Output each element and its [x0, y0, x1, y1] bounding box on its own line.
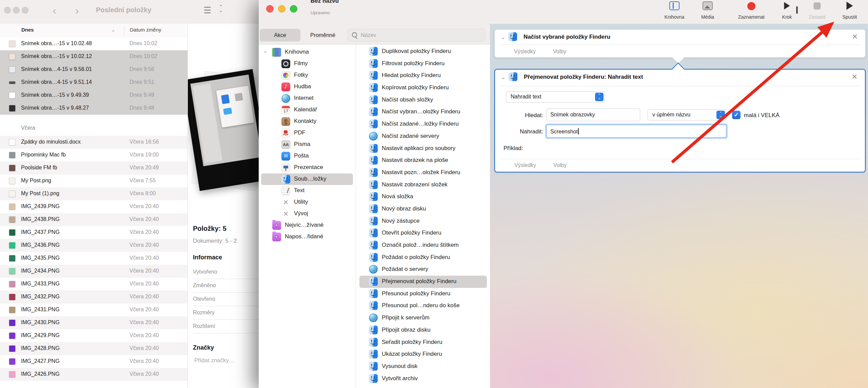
- sidebar-item[interactable]: Internet: [261, 93, 353, 104]
- finder-file-row[interactable]: My Post.pngVčera 7:55: [0, 174, 188, 187]
- sidebar-item[interactable]: Text: [261, 185, 353, 197]
- action-list-item[interactable]: Načíst zadané servery: [359, 130, 487, 143]
- action-list-item[interactable]: Načíst zadané…ložky Finderu: [359, 118, 487, 130]
- action-list-item[interactable]: Nastavit zobrazení složek: [359, 179, 487, 191]
- action-list-item[interactable]: Hledat položky Finderu: [359, 70, 487, 82]
- action-list-item[interactable]: Nastavit aplikaci pro soubory: [359, 143, 487, 155]
- collapse-chevron-icon[interactable]: ⌄: [500, 34, 505, 41]
- finder-file-row[interactable]: Snímek obra…-15 v 9.48.27Dnes 9:48: [0, 102, 188, 115]
- action-list-item[interactable]: Otevřít položky Finderu: [359, 227, 487, 239]
- action-list-item[interactable]: Vysunout disk: [359, 361, 487, 373]
- list-view-icon[interactable]: ☰: [203, 5, 211, 16]
- action-list-item[interactable]: Označit polož…inderu štítkem: [359, 239, 487, 252]
- action-list-item[interactable]: Přesunout položky Finderu: [359, 288, 487, 300]
- toolbar-button-sidebar[interactable]: Knihovna: [658, 0, 691, 23]
- finder-file-row[interactable]: Snímek obra…-15 v 10.02.12Dnes 10:02: [0, 50, 188, 63]
- action-list-item[interactable]: Kopírovat položky Finderu: [359, 82, 487, 94]
- sidebar-item[interactable]: Kalendář: [261, 104, 353, 116]
- action-list-item[interactable]: Připojit k serverům: [359, 312, 487, 324]
- rename-mode-popup[interactable]: Nahradit text ⌃⌄: [506, 91, 605, 103]
- sidebar-item[interactable]: Soub…ložky: [261, 173, 353, 185]
- toolbar-button-record[interactable]: Zaznamenat: [735, 0, 768, 23]
- results-link[interactable]: Výsledky: [514, 162, 536, 168]
- action-list-item[interactable]: Připojit obraz disku: [359, 324, 487, 336]
- chevron-down-icon[interactable]: ⌄: [263, 48, 268, 54]
- add-tags-field[interactable]: Přidat značky…: [194, 357, 235, 364]
- action-list-item[interactable]: Vytvořit archiv: [359, 373, 487, 385]
- action-list-item[interactable]: Duplikovat položky Finderu: [359, 45, 487, 58]
- column-divider[interactable]: [124, 26, 124, 35]
- options-link[interactable]: Volby: [553, 49, 566, 55]
- sidebar-item[interactable]: Písma: [261, 139, 353, 150]
- finder-file-row[interactable]: My Post (1).pngVčera 8:00: [0, 187, 188, 200]
- search-input[interactable]: [360, 30, 482, 41]
- finder-file-row[interactable]: Snímek obra…-15 v 10.02.48Dnes 10:02: [0, 37, 188, 50]
- finder-file-row[interactable]: Zpátky do minulosti.docxVčera 16:56: [0, 136, 188, 149]
- finder-file-row[interactable]: IMG_2434.PNGVčera 20:40: [0, 265, 188, 278]
- action-list-item[interactable]: Požádat o servery: [359, 263, 487, 276]
- toolbar-button-run[interactable]: Spustit: [833, 0, 866, 23]
- finder-file-row[interactable]: Poolside FM fbVčera 20:49: [0, 162, 188, 174]
- finder-file-row[interactable]: Pripominky Mac fbVčera 19:00: [0, 149, 188, 162]
- forward-icon[interactable]: ›: [75, 4, 79, 17]
- sidebar-item[interactable]: Napos…řidané: [261, 231, 353, 243]
- chevron-down-icon[interactable]: ⌄: [111, 27, 115, 33]
- tab-actions[interactable]: Akce: [260, 29, 300, 41]
- finder-file-row[interactable]: IMG_2436.PNGVčera 20:40: [0, 239, 188, 252]
- results-link[interactable]: Výsledky: [514, 49, 536, 55]
- zoom-window-button[interactable]: [22, 7, 28, 14]
- action-list-item[interactable]: Přesunout pol…nderu do koše: [359, 300, 487, 312]
- action-list-item[interactable]: Nastavit obrázek na ploše: [359, 154, 487, 167]
- workflow-action-rename-items[interactable]: ⌄ Přejmenovat položky Finderu: Nahradit …: [494, 69, 866, 172]
- sidebar-item[interactable]: Filmy: [261, 58, 353, 70]
- sidebar-item[interactable]: ⌄Knihovna: [261, 47, 353, 58]
- action-list-item[interactable]: Nová složka: [359, 191, 487, 203]
- close-window-button[interactable]: [4, 7, 11, 14]
- finder-file-row[interactable]: IMG_2430.PNGVčera 20:40: [0, 316, 188, 329]
- finder-file-row[interactable]: IMG_2435.PNGVčera 20:40: [0, 252, 188, 265]
- action-list-item[interactable]: Požádat o položky Finderu: [359, 252, 487, 264]
- find-input[interactable]: Snímek obrazovky: [547, 109, 640, 121]
- minimize-window-button[interactable]: [278, 5, 285, 13]
- sidebar-item[interactable]: Kontakty: [261, 116, 353, 127]
- sidebar-item[interactable]: Prezentace: [261, 162, 353, 173]
- action-list-item[interactable]: Filtrovat položky Finderu: [359, 58, 487, 70]
- close-window-button[interactable]: [266, 5, 274, 13]
- finder-file-row[interactable]: IMG_2431.PNGVčera 20:40: [0, 303, 188, 316]
- options-link[interactable]: Volby: [553, 162, 567, 168]
- toolbar-button-media[interactable]: Média: [691, 0, 724, 23]
- finder-file-row[interactable]: IMG_2433.PNGVčera 20:40: [0, 278, 188, 291]
- sidebar-item[interactable]: Vývoj: [261, 208, 353, 220]
- finder-file-row[interactable]: IMG_2432.PNGVčera 20:40: [0, 291, 188, 303]
- sidebar-item[interactable]: Pošta: [261, 150, 353, 162]
- action-list-item[interactable]: Načíst obsah složky: [359, 94, 487, 106]
- close-icon[interactable]: ✕: [851, 73, 857, 81]
- sidebar-item[interactable]: Fotky: [261, 70, 353, 81]
- finder-file-row[interactable]: IMG_2428.PNGVčera 20:40: [0, 342, 188, 355]
- action-list-item[interactable]: Ukázat položky Finderu: [359, 348, 487, 361]
- finder-file-row[interactable]: IMG_2427.PNGVčera 20:40: [0, 355, 188, 368]
- scope-popup[interactable]: v úplném názvu ⌃⌄: [648, 109, 726, 121]
- action-list-item[interactable]: Seřadit položky Finderu: [359, 336, 487, 349]
- action-list-item[interactable]: Nový zástupce: [359, 215, 487, 227]
- sidebar-item[interactable]: Utility: [261, 197, 353, 208]
- close-icon[interactable]: ✕: [852, 33, 858, 41]
- action-list-item[interactable]: Nastavit pozn…oložek Finderu: [359, 167, 487, 179]
- finder-file-row[interactable]: IMG_2426.PNGVčera 20:40: [0, 368, 188, 381]
- action-list-item[interactable]: Načíst vybran…oložky Finderu: [359, 106, 487, 118]
- replace-input[interactable]: Screenshot: [547, 125, 726, 137]
- finder-file-row[interactable]: IMG_2429.PNGVčera 20:40: [0, 329, 188, 342]
- search-field[interactable]: [348, 29, 486, 41]
- finder-file-row[interactable]: Snímek obra…-15 v 9.49.39Dnes 9:49: [0, 89, 188, 102]
- column-group-label[interactable]: Dnes: [21, 27, 34, 33]
- column-date-label[interactable]: Datum změny: [130, 27, 161, 33]
- zoom-window-button[interactable]: [290, 5, 297, 13]
- back-icon[interactable]: ‹: [53, 4, 56, 17]
- sidebar-item[interactable]: Hudba: [261, 81, 353, 93]
- finder-file-row[interactable]: IMG_2439.PNGVčera 20:40: [0, 200, 188, 213]
- collapse-chevron-icon[interactable]: ⌄: [501, 74, 506, 81]
- finder-file-row[interactable]: IMG_2438.PNGVčera 20:40: [0, 213, 188, 226]
- action-list-item[interactable]: Nový obraz disku: [359, 203, 487, 215]
- finder-file-row[interactable]: Snímek obra…4-15 v 9.51.14Dnes 9:51: [0, 76, 188, 89]
- toolbar-button-step[interactable]: Krok: [771, 0, 803, 23]
